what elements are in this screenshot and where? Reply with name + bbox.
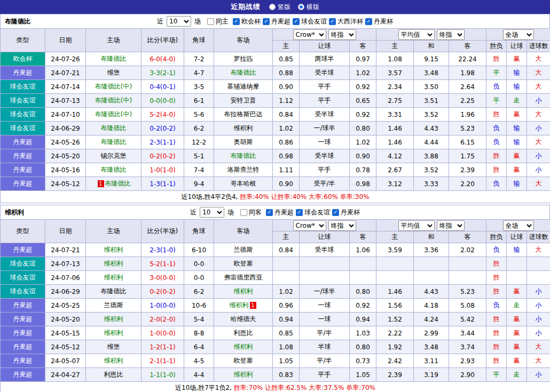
team-link[interactable]: 布隆德比 — [101, 55, 127, 62]
team-link[interactable]: 欧登塞 — [234, 260, 253, 267]
result-outcome: 胜 — [486, 271, 507, 285]
avg-draw: 3.48 — [414, 66, 449, 80]
league-filter-0[interactable]: ✓丹麦超 — [266, 208, 294, 217]
team-link[interactable]: 布隆德比 — [101, 124, 127, 132]
sub-col-header: 胜负 — [486, 41, 507, 52]
team-link[interactable]: 维堡 — [107, 343, 120, 350]
team-link[interactable]: 欧登塞 — [234, 357, 253, 364]
team-link[interactable]: 维积利 — [104, 329, 123, 337]
team-link[interactable]: 奥胡斯 — [234, 138, 253, 146]
league-filter-1[interactable]: ✓球会友谊 — [296, 208, 330, 217]
team-link[interactable]: 基辅迪纳摩 — [227, 83, 260, 90]
result-handicap: 赢 — [507, 108, 527, 122]
team-link[interactable]: 维积利 — [230, 301, 249, 309]
team-link[interactable]: 罗拉匹 — [234, 55, 253, 62]
team-link[interactable]: 维积利 — [234, 371, 253, 378]
odds-source-select[interactable]: Crow* — [293, 220, 326, 231]
team-link[interactable]: 维积利 — [104, 274, 123, 281]
team-link[interactable]: 维积利 — [104, 260, 123, 267]
checkbox-icon: ✓ — [296, 209, 303, 216]
result-goals: 大 — [527, 52, 550, 66]
team-link[interactable]: 布隆德比(中) — [95, 83, 132, 90]
odds-away: 0.73 — [350, 354, 376, 368]
team-link[interactable]: 布隆德比(中) — [95, 97, 132, 104]
team-link[interactable]: 兰德斯 — [104, 301, 123, 309]
odds-time-select[interactable]: 终指 — [328, 29, 356, 40]
avg-draw: 4.43 — [414, 122, 449, 135]
team-link[interactable]: 维积利 — [234, 343, 253, 350]
avg-source-select[interactable]: 平均值 — [398, 220, 435, 231]
team-link[interactable]: 维积利 — [234, 124, 253, 132]
checkbox-icon — [207, 18, 214, 25]
team-link[interactable]: 布隆德比 — [101, 287, 127, 295]
result-handicap: 输 — [507, 243, 527, 257]
odds-home: 0.98 — [273, 149, 300, 163]
same-venue-checkbox[interactable]: 同主 — [207, 17, 229, 26]
odds-away: 0.80 — [350, 340, 376, 354]
score: 5-2(1-1) — [142, 257, 184, 271]
match-row: 球会友谊24-07-06维积利3-0(0-0)0-0弗雷德里西亚胜 — [1, 271, 550, 285]
team-link[interactable]: 维积利 — [104, 315, 123, 323]
team-link[interactable]: 布隆德比(中) — [95, 110, 132, 118]
recent-count-select[interactable]: 10 — [200, 207, 224, 218]
team-link[interactable]: 维积利 — [234, 287, 253, 295]
odds-handicap: 两球半 — [300, 52, 350, 66]
team-link[interactable]: 利恩比 — [234, 329, 253, 337]
team-link[interactable]: 维积利 — [104, 246, 123, 253]
sub-col-header: 主 — [376, 41, 414, 52]
team-link[interactable]: 布隆德比 — [101, 138, 127, 146]
same-venue-checkbox[interactable]: 同客 — [240, 208, 262, 217]
team-link[interactable]: 布隆德比 — [231, 152, 256, 159]
team-link[interactable]: 洛斯查兰特 — [227, 166, 260, 173]
team-link[interactable]: 布隆德比 — [105, 180, 131, 187]
team-link[interactable]: 利恩比 — [104, 371, 123, 378]
team-link[interactable]: 布拉格斯巴达 — [224, 110, 263, 118]
match-date: 24-07-06 — [45, 271, 86, 285]
team-link[interactable]: 锡尔克堡 — [101, 152, 127, 159]
team-link[interactable]: 兰德斯 — [234, 246, 253, 253]
layout-radio-0[interactable]: 竖版 — [269, 3, 290, 12]
match-row: 球会友谊24-07-10布隆德比(中)5-2(4-0)5-6布拉格斯巴达0.84… — [1, 108, 550, 122]
corners: 6-1 — [184, 94, 214, 108]
corners: 7-4 — [184, 163, 214, 177]
section-toolbar: 布隆德比近10场同主✓欧会杯✓丹麦超✓球会友谊✓大西洋杯✓丹麦杯 — [0, 14, 550, 28]
team-link[interactable]: 弗雷德里西亚 — [224, 274, 263, 281]
summary-segment: 胜率:70% — [234, 384, 263, 391]
team-link[interactable]: 安特卫普 — [231, 97, 256, 104]
result-goals: 大 — [527, 177, 550, 191]
team-link[interactable]: 哥本哈根 — [231, 180, 256, 187]
avg-away: 2.20 — [449, 177, 486, 191]
layout-radio-1[interactable]: 横版 — [298, 3, 319, 12]
match-row: 球会友谊24-07-13维积利5-2(1-1)0-0欧登塞胜 — [1, 257, 550, 271]
team-link[interactable]: 布隆德比 — [231, 69, 256, 76]
team-link[interactable]: 维积利 — [104, 357, 123, 364]
score: 1-0(1-0) — [142, 163, 184, 177]
league-filter-2[interactable]: ✓球会友谊 — [293, 17, 327, 26]
team-link[interactable]: 布隆德比 — [101, 166, 127, 173]
team-link[interactable]: 哈维德夫 — [231, 315, 256, 323]
team-link[interactable]: 维堡 — [107, 69, 120, 76]
league-filter-0[interactable]: ✓欧会杯 — [233, 17, 261, 26]
odds-handicap: 一/球半 — [300, 285, 350, 299]
avg-time-select[interactable]: 终指 — [437, 220, 465, 231]
team-section-0: 布隆德比近10场同主✓欧会杯✓丹麦超✓球会友谊✓大西洋杯✓丹麦杯类型日期主场比分… — [0, 14, 550, 203]
recent-count-select[interactable]: 10 — [167, 16, 191, 27]
result-goals: 小 — [527, 285, 550, 299]
score: 2-3(1-1) — [142, 135, 184, 149]
scope-select[interactable]: 全场 — [503, 29, 534, 40]
league-filter-1[interactable]: ✓丹麦超 — [263, 17, 290, 26]
avg-source-select[interactable]: 平均值 — [398, 29, 435, 40]
team-title: 布隆德比 — [5, 17, 30, 26]
scope-select[interactable]: 全场 — [503, 220, 534, 231]
odds-source-select[interactable]: Crow* — [293, 29, 326, 40]
league-filter-2[interactable]: ✓丹麦杯 — [332, 208, 360, 217]
avg-draw — [414, 257, 449, 271]
league-filter-3[interactable]: ✓大西洋杯 — [329, 17, 363, 26]
league-filter-4[interactable]: ✓丹麦杯 — [365, 17, 393, 26]
sub-col-header: 和 — [414, 231, 449, 243]
match-date: 24-07-10 — [45, 108, 86, 122]
odds-time-select[interactable]: 终指 — [328, 220, 356, 231]
league-badge: 丹麦超 — [1, 163, 45, 177]
avg-time-select[interactable]: 终指 — [437, 29, 465, 40]
scope-header: 全场 — [486, 29, 550, 41]
